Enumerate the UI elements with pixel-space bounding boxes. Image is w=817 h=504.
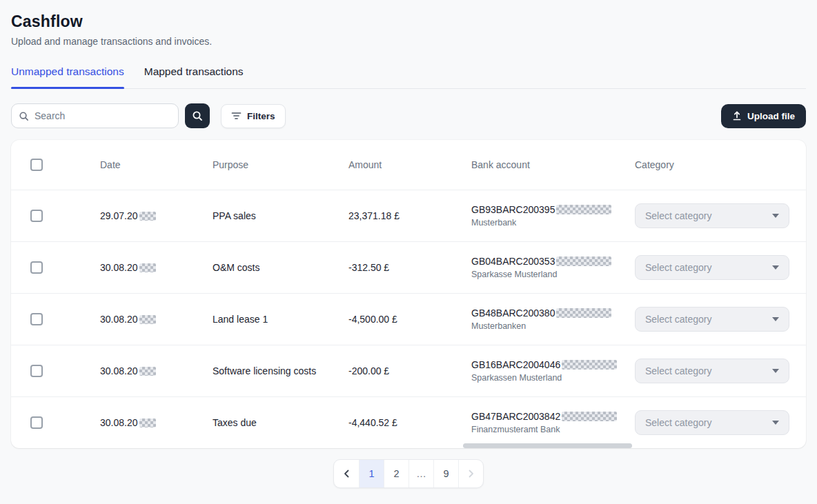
- date-value: 29.07.20: [100, 210, 138, 221]
- redacted-iban-blur: [556, 308, 611, 318]
- date-cell: 30.08.20: [100, 417, 213, 428]
- bank-account-cell: GB47BARC2003842 Finanzmusteramt Bank: [471, 411, 635, 434]
- date-cell: 29.07.20: [100, 210, 213, 221]
- bank-account-cell: GB48BARC200380 Musterbanken: [471, 308, 635, 331]
- amount-cell: -4,440.52 £: [348, 417, 471, 428]
- row-checkbox[interactable]: [30, 416, 43, 429]
- row-checkbox[interactable]: [30, 365, 43, 377]
- redacted-iban-blur: [562, 412, 617, 421]
- bank-name: Finanzmusteramt Bank: [471, 425, 635, 434]
- upload-file-button[interactable]: Upload file: [721, 104, 806, 128]
- horizontal-scrollbar-thumb[interactable]: [463, 443, 632, 448]
- redacted-date-blur: [139, 263, 156, 272]
- date-cell: 30.08.20: [100, 314, 213, 325]
- purpose-cell: PPA sales: [213, 210, 348, 221]
- date-cell: 30.08.20: [100, 262, 213, 273]
- pagination-page-9[interactable]: 9: [433, 460, 458, 487]
- redacted-date-blur: [139, 367, 156, 376]
- transactions-table: Date Purpose Amount Bank account Categor…: [11, 140, 806, 448]
- iban-value: GB47BARC2003842: [471, 411, 560, 422]
- pagination-prev-button[interactable]: [334, 460, 359, 487]
- cashflow-page: Cashflow Upload and manage transactions …: [0, 12, 817, 488]
- table-header-row: Date Purpose Amount Bank account Categor…: [11, 140, 806, 190]
- iban-value: GB16BARC2004046: [471, 359, 560, 370]
- category-select[interactable]: Select category: [635, 255, 789, 280]
- date-value: 30.08.20: [100, 365, 138, 376]
- chevron-right-icon: [469, 470, 474, 478]
- upload-file-button-label: Upload file: [747, 111, 795, 121]
- table-row: 30.08.20 Taxes due -4,440.52 £ GB47BARC2…: [11, 396, 806, 448]
- toolbar: Filters Upload file: [11, 103, 806, 128]
- redacted-iban-blur: [556, 205, 611, 214]
- page-title: Cashflow: [11, 12, 806, 31]
- pagination: 1 2 … 9: [333, 459, 484, 488]
- category-select-placeholder: Select category: [645, 262, 712, 273]
- pagination-page-2[interactable]: 2: [384, 460, 408, 487]
- category-select-placeholder: Select category: [645, 365, 712, 376]
- search-input[interactable]: [35, 110, 171, 121]
- column-header-purpose: Purpose: [213, 159, 348, 170]
- category-select[interactable]: Select category: [635, 307, 789, 332]
- row-checkbox[interactable]: [30, 210, 43, 222]
- category-select[interactable]: Select category: [635, 203, 789, 228]
- table-row: 30.08.20 O&M costs -312.50 £ GB04BARC200…: [11, 241, 806, 293]
- purpose-cell: Software licensing costs: [213, 365, 348, 376]
- iban-value: GB93BARC200395: [471, 204, 555, 215]
- filters-button[interactable]: Filters: [221, 104, 286, 128]
- pagination-ellipsis: …: [408, 460, 433, 487]
- table-row: 29.07.20 PPA sales 23,371.18 £ GB93BARC2…: [11, 190, 806, 241]
- iban-value: GB48BARC200380: [471, 308, 555, 319]
- bank-name: Musterbanken: [471, 321, 635, 331]
- amount-cell: -4,500.00 £: [348, 314, 471, 325]
- bank-account-cell: GB04BARC200353 Sparkasse Musterland: [471, 256, 635, 279]
- category-cell: Select category: [635, 359, 806, 383]
- chevron-down-icon: [772, 421, 779, 425]
- bank-account-cell: GB16BARC2004046 Sparkassen Musterland: [471, 359, 635, 383]
- tab-unmapped-transactions[interactable]: Unmapped transactions: [11, 65, 124, 88]
- chevron-down-icon: [772, 265, 779, 270]
- page-subtitle: Upload and manage transactions and invoi…: [11, 36, 806, 47]
- column-header-amount: Amount: [348, 159, 471, 170]
- tab-mapped-transactions[interactable]: Mapped transactions: [144, 65, 244, 88]
- tab-bar: Unmapped transactions Mapped transaction…: [11, 65, 806, 89]
- category-cell: Select category: [635, 255, 806, 280]
- category-select[interactable]: Select category: [635, 410, 789, 435]
- search-submit-button[interactable]: [185, 103, 210, 128]
- search-icon: [19, 111, 29, 121]
- amount-cell: -312.50 £: [348, 262, 471, 273]
- pagination-next-button[interactable]: [458, 460, 483, 487]
- date-value: 30.08.20: [100, 262, 138, 273]
- date-value: 30.08.20: [100, 417, 138, 428]
- filters-button-label: Filters: [247, 111, 275, 121]
- category-select-placeholder: Select category: [645, 417, 712, 428]
- row-checkbox[interactable]: [30, 261, 43, 274]
- amount-cell: 23,371.18 £: [348, 210, 471, 221]
- pagination-page-1[interactable]: 1: [359, 460, 384, 487]
- amount-cell: -200.00 £: [348, 365, 471, 376]
- redacted-date-blur: [139, 212, 156, 221]
- date-value: 30.08.20: [100, 314, 138, 325]
- table-body: 29.07.20 PPA sales 23,371.18 £ GB93BARC2…: [11, 190, 806, 448]
- redacted-date-blur: [139, 419, 156, 427]
- bank-name: Sparkasse Musterland: [471, 270, 635, 279]
- chevron-down-icon: [772, 369, 779, 373]
- bank-account-cell: GB93BARC200395 Musterbank: [471, 204, 635, 228]
- search-box[interactable]: [11, 103, 179, 128]
- category-cell: Select category: [635, 203, 806, 228]
- row-checkbox[interactable]: [30, 313, 43, 325]
- category-select-placeholder: Select category: [645, 210, 712, 221]
- date-cell: 30.08.20: [100, 365, 213, 376]
- category-cell: Select category: [635, 307, 806, 332]
- chevron-down-icon: [772, 317, 779, 321]
- redacted-iban-blur: [556, 256, 611, 266]
- category-select[interactable]: Select category: [635, 359, 789, 383]
- column-header-bank-account: Bank account: [471, 159, 635, 170]
- redacted-iban-blur: [562, 360, 617, 370]
- bank-name: Sparkassen Musterland: [471, 373, 635, 383]
- filter-icon: [231, 112, 242, 120]
- select-all-checkbox[interactable]: [30, 159, 43, 171]
- purpose-cell: O&M costs: [213, 262, 348, 273]
- chevron-left-icon: [344, 470, 349, 478]
- column-header-date: Date: [100, 159, 213, 170]
- purpose-cell: Taxes due: [213, 417, 348, 428]
